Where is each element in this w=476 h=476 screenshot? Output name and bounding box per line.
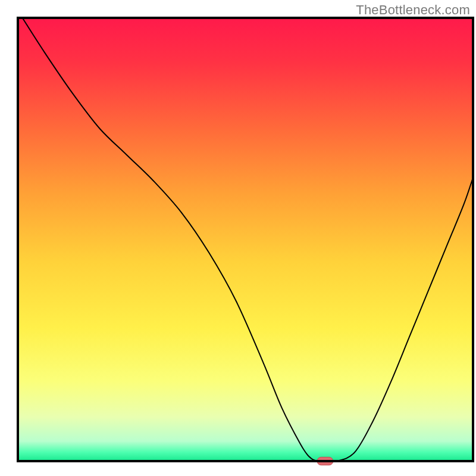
bottleneck-chart <box>0 0 476 476</box>
chart-container: TheBottleneck.com <box>0 0 476 476</box>
chart-background <box>18 18 473 461</box>
watermark-text: TheBottleneck.com <box>356 2 470 18</box>
